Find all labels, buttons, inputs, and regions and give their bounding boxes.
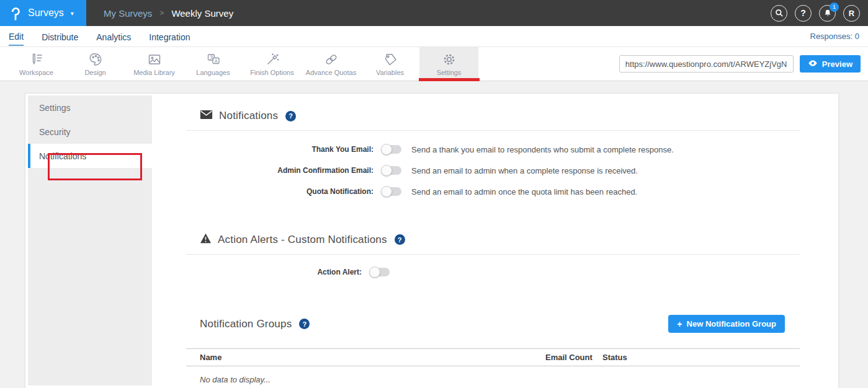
toggle-knob bbox=[381, 186, 392, 197]
languages-icon: 文 A bbox=[206, 51, 221, 68]
action-alerts-help-icon[interactable]: ? bbox=[395, 234, 405, 245]
action-alert-toggle[interactable] bbox=[370, 268, 390, 276]
breadcrumb-separator-icon: > bbox=[159, 9, 164, 17]
breadcrumb-my-surveys[interactable]: My Surveys bbox=[104, 8, 152, 19]
help-button[interactable]: ? bbox=[795, 5, 812, 22]
thank-you-email-label: Thank You Email: bbox=[186, 145, 374, 154]
product-name: Surveys bbox=[28, 7, 64, 19]
notification-toggle-list: Thank You Email: Send a thank you email … bbox=[186, 139, 800, 202]
notifications-section-title: Notifications bbox=[219, 110, 278, 122]
notifications-help-icon[interactable]: ? bbox=[285, 111, 296, 121]
column-header-email-count: Email Count bbox=[545, 353, 602, 362]
column-header-status: Status bbox=[602, 353, 800, 362]
finish-options-wand-icon bbox=[265, 51, 280, 68]
plus-icon: + bbox=[677, 319, 682, 329]
edit-toolbar: Workspace Design Media Library 文 A bbox=[0, 47, 868, 81]
action-alerts-section-title: Action Alerts - Custom Notifications bbox=[218, 234, 387, 246]
annotation-red-underline bbox=[419, 78, 480, 81]
toggle-knob bbox=[381, 165, 392, 176]
thank-you-email-toggle[interactable] bbox=[382, 145, 401, 154]
new-notification-group-button[interactable]: + New Notification Group bbox=[668, 315, 785, 333]
chevron-down-icon: ▾ bbox=[71, 10, 74, 17]
toolbar-item-finish-options[interactable]: Finish Options bbox=[243, 47, 302, 81]
divider bbox=[186, 254, 800, 255]
search-icon bbox=[775, 9, 784, 17]
quota-notification-toggle[interactable] bbox=[382, 187, 401, 196]
action-alert-label: Action Alert: bbox=[186, 268, 362, 276]
user-avatar[interactable]: R bbox=[843, 5, 860, 22]
toolbar-item-workspace[interactable]: Workspace bbox=[7, 47, 66, 81]
toolbar-item-languages[interactable]: 文 A Languages bbox=[184, 47, 243, 81]
variables-tag-icon bbox=[383, 51, 398, 68]
divider bbox=[186, 130, 800, 131]
survey-nav: Edit Distribute Analytics Integration Re… bbox=[0, 26, 868, 47]
sidebar-item-settings[interactable]: Settings bbox=[28, 95, 152, 120]
topbar-actions: ? 1 R bbox=[771, 0, 868, 26]
svg-text:A: A bbox=[214, 58, 217, 64]
settings-sidebar: Settings Security Notifications bbox=[28, 95, 152, 386]
notification-groups-header: Notification Groups ? + New Notification… bbox=[200, 315, 800, 333]
column-header-name: Name bbox=[186, 353, 545, 362]
design-palette-icon bbox=[88, 51, 103, 68]
settings-gear-icon bbox=[442, 51, 457, 68]
empty-table-message: No data to display... bbox=[200, 375, 800, 384]
thank-you-email-row: Thank You Email: Send a thank you email … bbox=[186, 139, 800, 160]
notification-groups-title: Notification Groups bbox=[200, 318, 292, 330]
product-menu[interactable]: Surveys ▾ bbox=[0, 0, 86, 26]
breadcrumb: My Surveys > Weekly Survey bbox=[104, 0, 233, 26]
notifications-panel: Notifications ? Thank You Email: Send a … bbox=[152, 94, 838, 388]
action-alerts-section-header: Action Alerts - Custom Notifications ? bbox=[200, 233, 800, 246]
thank-you-email-description: Send a thank you email to respondents wh… bbox=[411, 145, 674, 154]
toolbar-item-media-library[interactable]: Media Library bbox=[125, 47, 184, 81]
warning-triangle-icon bbox=[200, 233, 212, 246]
settings-card: Settings Security Notifications Notifica… bbox=[25, 93, 839, 388]
svg-text:文: 文 bbox=[210, 55, 214, 60]
toolbar-item-variables[interactable]: Variables bbox=[360, 47, 419, 81]
toggle-knob bbox=[381, 144, 392, 155]
eye-icon bbox=[808, 60, 818, 69]
preview-button[interactable]: Preview bbox=[800, 55, 861, 73]
admin-confirmation-email-toggle[interactable] bbox=[382, 166, 401, 175]
admin-confirmation-email-row: Admin Confirmation Email: Send an email … bbox=[186, 160, 800, 181]
quota-notification-description: Send an email to admin once the quota li… bbox=[411, 187, 637, 196]
toolbar-item-advance-quotas[interactable]: Advance Quotas bbox=[302, 47, 360, 81]
notifications-section-header: Notifications ? bbox=[200, 110, 800, 122]
breadcrumb-current-survey: Weekly Survey bbox=[171, 8, 233, 19]
envelope-icon bbox=[200, 110, 213, 122]
notification-groups-help-icon[interactable]: ? bbox=[299, 319, 310, 329]
quota-notification-row: Quota Notification: Send an email to adm… bbox=[186, 181, 800, 202]
action-alert-row: Action Alert: bbox=[186, 262, 800, 283]
search-button[interactable] bbox=[771, 5, 787, 22]
workspace-icon bbox=[29, 51, 44, 68]
sidebar-item-notifications[interactable]: Notifications bbox=[28, 144, 152, 168]
tab-analytics[interactable]: Analytics bbox=[96, 28, 131, 45]
media-library-icon bbox=[147, 51, 162, 68]
toolbar-item-design[interactable]: Design bbox=[66, 47, 125, 81]
tab-distribute[interactable]: Distribute bbox=[42, 28, 78, 45]
quota-notification-label: Quota Notification: bbox=[186, 187, 374, 196]
toolbar-item-settings[interactable]: Settings bbox=[419, 47, 478, 81]
admin-confirmation-email-label: Admin Confirmation Email: bbox=[186, 166, 374, 175]
question-mark-icon: ? bbox=[800, 8, 806, 18]
admin-confirmation-email-description: Send an email to admin when a complete r… bbox=[411, 166, 638, 175]
questionpro-logo-icon bbox=[9, 6, 22, 20]
notifications-button[interactable]: 1 bbox=[819, 5, 836, 22]
tab-edit[interactable]: Edit bbox=[9, 27, 24, 46]
responses-count[interactable]: Responses: 0 bbox=[810, 32, 860, 41]
survey-url-input[interactable] bbox=[619, 55, 794, 73]
tab-integration[interactable]: Integration bbox=[149, 28, 190, 45]
toggle-knob bbox=[369, 267, 380, 278]
action-alert-toggle-list: Action Alert: bbox=[186, 262, 800, 283]
toolbar-right: Preview bbox=[619, 47, 868, 81]
table-header-row: Name Email Count Status bbox=[186, 348, 800, 366]
avatar-initial: R bbox=[849, 9, 854, 18]
sidebar-item-security[interactable]: Security bbox=[28, 120, 152, 144]
advance-quotas-link-icon bbox=[324, 51, 339, 68]
content-area: Settings Security Notifications Notifica… bbox=[0, 81, 868, 388]
notification-groups-table: Name Email Count Status No data to displ… bbox=[186, 348, 800, 384]
top-bar: Surveys ▾ My Surveys > Weekly Survey ? bbox=[0, 0, 868, 26]
notification-count-badge: 1 bbox=[830, 2, 839, 12]
